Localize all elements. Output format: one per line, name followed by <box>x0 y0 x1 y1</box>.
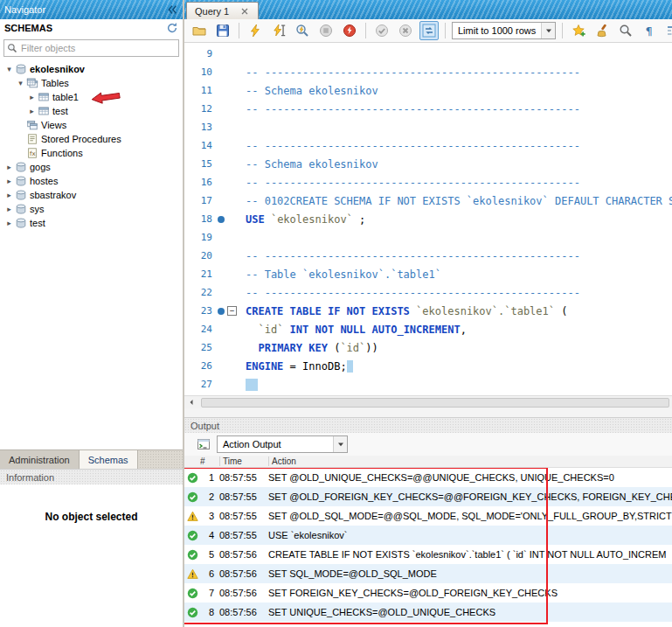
execute-button[interactable] <box>246 21 265 40</box>
column-time[interactable]: Time <box>219 456 268 466</box>
expander-icon[interactable]: ▸ <box>3 191 15 199</box>
sql-editor[interactable]: 910-- ----------------------------------… <box>184 43 672 395</box>
tree-item-table1[interactable]: ▸table1 <box>0 90 183 104</box>
editor-line[interactable]: 15-- Schema ekolesnikov <box>184 155 672 173</box>
editor-toolbar: Limit to 1000 rows¶ <box>184 19 672 43</box>
editor-line[interactable]: 26ENGINE = InnoDB; <box>184 357 672 375</box>
editor-line[interactable]: 14-- -----------------------------------… <box>184 136 672 155</box>
editor-line[interactable]: 22-- -----------------------------------… <box>184 283 672 302</box>
tab-query-1[interactable]: Query 1 <box>186 2 259 19</box>
autocommit-button[interactable] <box>419 21 439 40</box>
open-script-button[interactable] <box>190 21 209 40</box>
scroll-left-icon[interactable] <box>184 396 198 408</box>
tree-item-test[interactable]: ▸test <box>0 216 183 230</box>
expander-icon[interactable]: ▸ <box>3 163 15 171</box>
editor-line[interactable]: 24 `id` INT NOT NULL AUTO_INCREMENT, <box>184 320 672 338</box>
expander-icon[interactable]: ▸ <box>3 177 15 185</box>
chevron-down-icon[interactable] <box>333 436 347 452</box>
output-row[interactable]: 808:57:56SET UNIQUE_CHECKS=@OLD_UNIQUE_C… <box>184 603 672 622</box>
line-number: 21 <box>184 268 212 280</box>
code-token: ( <box>328 342 340 354</box>
stop-button[interactable] <box>316 21 336 40</box>
tree-item-views[interactable]: Views <box>0 118 183 132</box>
code-token: ( <box>555 305 567 317</box>
expander-icon[interactable]: ▾ <box>15 79 26 87</box>
editor-line[interactable]: 10-- -----------------------------------… <box>184 63 672 81</box>
line-number: 15 <box>184 158 212 170</box>
output-view-dropdown[interactable]: Action Output <box>217 435 348 453</box>
tree-item-stored-procedures[interactable]: Stored Procedures <box>0 132 183 146</box>
editor-line[interactable]: 23−CREATE TABLE IF NOT EXISTS `ekolesnik… <box>184 302 672 320</box>
tree-item-gogs[interactable]: ▸gogs <box>0 160 183 174</box>
column-index[interactable]: # <box>200 456 219 466</box>
expander-icon[interactable]: ▸ <box>26 93 38 101</box>
execute-current-button[interactable] <box>269 21 288 40</box>
schema-icon <box>15 175 27 187</box>
invisible-chars-button[interactable]: ¶ <box>640 21 659 40</box>
tree-item-sys[interactable]: ▸sys <box>0 202 183 216</box>
code-token: -- Schema ekolesnikov <box>246 85 378 97</box>
horizontal-scrollbar[interactable] <box>184 395 672 408</box>
commit-button[interactable] <box>372 21 391 40</box>
editor-line[interactable]: 21-- Table `ekolesnikov`.`table1` <box>184 265 672 283</box>
output-row[interactable]: 508:57:56CREATE TABLE IF NOT EXISTS `eko… <box>184 545 672 564</box>
scrollbar-thumb[interactable] <box>201 398 669 408</box>
editor-line[interactable]: 9 <box>184 45 672 63</box>
line-number: 23 <box>184 305 212 317</box>
row-time: 08:57:56 <box>219 588 268 598</box>
rollback-button[interactable] <box>396 21 415 40</box>
code-text <box>246 379 672 391</box>
tab-schemas[interactable]: Schemas <box>80 450 138 469</box>
editor-line[interactable]: 12-- -----------------------------------… <box>184 100 672 118</box>
tree-item-sbastrakov[interactable]: ▸sbastrakov <box>0 188 183 202</box>
beautify-button[interactable] <box>592 21 612 40</box>
editor-line[interactable]: 18USE `ekolesnikov` ; <box>184 210 672 228</box>
editor-line[interactable]: 20-- -----------------------------------… <box>184 247 672 265</box>
tree-item-tables[interactable]: ▾Tables <box>0 76 183 90</box>
collapse-panel-icon[interactable] <box>166 3 178 16</box>
output-row[interactable]: 608:57:56SET SQL_MODE=@OLD_SQL_MODE <box>184 564 672 583</box>
line-number: 12 <box>184 103 212 115</box>
editor-line[interactable]: 27 <box>184 375 672 394</box>
tree-item-functions[interactable]: fxFunctions <box>0 146 183 160</box>
wrap-text-button[interactable] <box>663 21 672 40</box>
code-token <box>347 360 353 373</box>
chevron-down-icon[interactable] <box>541 23 555 38</box>
editor-line[interactable]: 17-- 0102CREATE SCHEMA IF NOT EXISTS `ek… <box>184 192 672 210</box>
editor-line[interactable]: 11-- Schema ekolesnikov <box>184 81 672 100</box>
stop-on-error-button[interactable] <box>340 21 359 40</box>
editor-line[interactable]: 19 <box>184 228 672 247</box>
output-row[interactable]: 108:57:55SET @OLD_UNIQUE_CHECKS=@@UNIQUE… <box>184 468 672 487</box>
tree-item-ekolesnikov[interactable]: ▾ekolesnikov <box>0 62 183 76</box>
output-row[interactable]: 408:57:55USE `ekolesnikov` <box>184 526 672 545</box>
limit-rows-dropdown[interactable]: Limit to 1000 rows <box>452 22 556 39</box>
filter-input[interactable] <box>21 43 176 53</box>
output-row[interactable]: 708:57:56SET FOREIGN_KEY_CHECKS=@OLD_FOR… <box>184 583 672 603</box>
line-number: 22 <box>184 287 212 298</box>
fold-marker-icon[interactable]: − <box>227 306 237 316</box>
find-button[interactable] <box>616 21 635 40</box>
panel-splitter[interactable] <box>184 408 672 417</box>
save-snippet-button[interactable] <box>569 21 588 40</box>
expander-icon[interactable]: ▸ <box>26 107 38 115</box>
editor-line[interactable]: 13 <box>184 118 672 136</box>
invisible-chars-icon: ¶ <box>642 24 656 38</box>
editor-line[interactable]: 25 PRIMARY KEY (`id`)) <box>184 338 672 357</box>
filter-box[interactable] <box>3 39 179 57</box>
explain-button[interactable] <box>293 21 312 40</box>
expander-icon[interactable]: ▸ <box>3 205 15 213</box>
statement-marker-icon <box>218 216 225 223</box>
refresh-icon[interactable] <box>166 22 178 34</box>
tab-administration[interactable]: Administration <box>0 450 80 469</box>
expander-icon[interactable]: ▸ <box>3 219 15 227</box>
expander-icon[interactable]: ▾ <box>3 65 15 73</box>
row-index: 1 <box>200 472 219 483</box>
editor-line[interactable]: 16-- -----------------------------------… <box>184 173 672 192</box>
column-action[interactable]: Action <box>268 456 672 466</box>
close-icon[interactable] <box>239 6 250 17</box>
output-row[interactable]: 208:57:55SET @OLD_FOREIGN_KEY_CHECKS=@@F… <box>184 487 672 506</box>
save-script-button[interactable] <box>213 21 232 40</box>
output-row[interactable]: 308:57:55SET @OLD_SQL_MODE=@@SQL_MODE, S… <box>184 506 672 526</box>
tree-item-hostes[interactable]: ▸hostes <box>0 174 183 188</box>
code-text: -- Table `ekolesnikov`.`table1` <box>246 268 672 281</box>
